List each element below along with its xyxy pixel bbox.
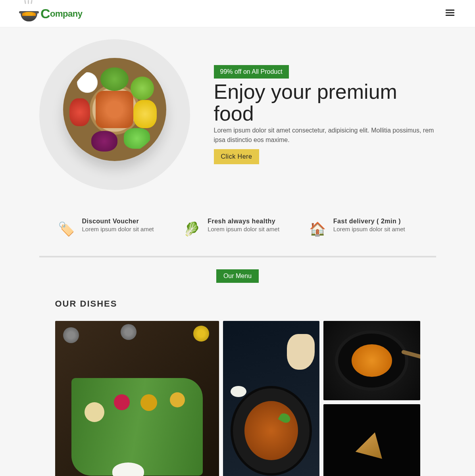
- site-header: Company: [0, 0, 475, 27]
- section-divider: [39, 256, 436, 257]
- dish-pot-image[interactable]: [323, 321, 420, 400]
- basket-icon: 🥬: [181, 218, 203, 240]
- pot-icon: [20, 4, 39, 23]
- feature-title: Fast delivery ( 2min ): [333, 218, 405, 225]
- hero-description: Lorem ipsum dolor sit amet consectetur, …: [214, 126, 436, 144]
- feature-title: Discount Voucher: [82, 218, 154, 225]
- features-row: 🏷️ Discount Voucher Lorem ipsum dolor si…: [39, 214, 436, 252]
- dishes-heading: OUR DISHES: [55, 299, 420, 309]
- feature-fresh: 🥬 Fresh always healthy Lorem ipsum dolor…: [181, 218, 294, 240]
- logo[interactable]: Company: [20, 4, 82, 23]
- hero-section: 99% off on All Product Enjoy your premiu…: [19, 27, 456, 214]
- feature-desc: Lorem ipsum dolor sit amet: [82, 226, 154, 232]
- hero-title: Enjoy your premium food: [214, 81, 436, 124]
- dish-grid: [55, 321, 420, 476]
- house-icon: 🏠: [306, 218, 329, 240]
- dish-thali-image[interactable]: [55, 321, 219, 476]
- hamburger-icon[interactable]: [445, 8, 455, 19]
- feature-title: Fresh always healthy: [208, 218, 279, 225]
- hero-food-image: [39, 39, 190, 190]
- dish-curry-image[interactable]: [223, 321, 319, 476]
- cta-button[interactable]: Click Here: [214, 149, 260, 164]
- discount-tag-icon: 🏷️: [55, 218, 77, 240]
- dish-image[interactable]: [323, 404, 420, 476]
- feature-desc: Lorem ipsum dolor sit amet: [208, 226, 279, 232]
- menu-badge: Our Menu: [216, 269, 259, 283]
- feature-delivery: 🏠 Fast delivery ( 2min ) Lorem ipsum dol…: [306, 218, 420, 240]
- dishes-section: OUR DISHES: [39, 299, 436, 476]
- promo-badge: 99% off on All Product: [214, 65, 289, 79]
- feature-discount: 🏷️ Discount Voucher Lorem ipsum dolor si…: [55, 218, 169, 240]
- logo-text: Company: [40, 6, 82, 21]
- feature-desc: Lorem ipsum dolor sit amet: [333, 226, 405, 232]
